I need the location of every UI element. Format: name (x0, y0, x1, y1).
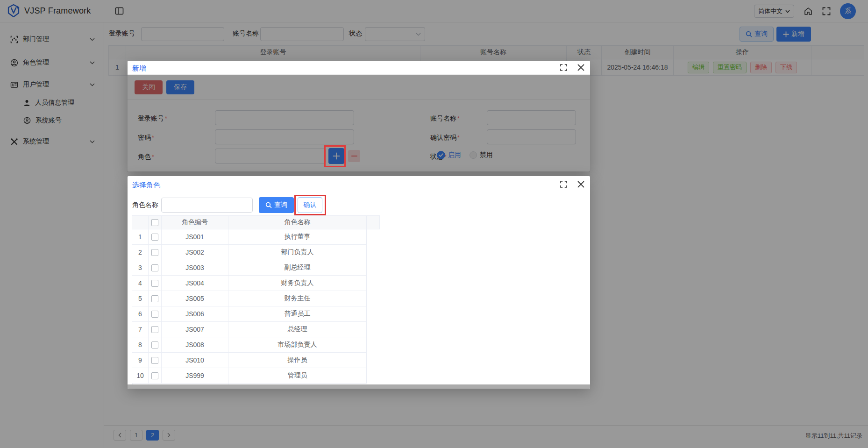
role-checkbox[interactable] (151, 326, 158, 333)
role-row-index: 4 (132, 276, 149, 291)
role-row[interactable]: 4 JS004 财务负责人 (132, 276, 380, 291)
role-row[interactable]: 10 JS999 管理员 (132, 368, 380, 384)
role-row[interactable]: 2 JS002 部门负责人 (132, 245, 380, 260)
role-name: 执行董事 (228, 229, 367, 245)
add-dialog-title: 新增 (132, 64, 146, 73)
role-code: JS008 (162, 337, 228, 353)
role-name: 操作员 (228, 353, 367, 368)
role-row[interactable]: 3 JS003 副总经理 (132, 260, 380, 276)
role-row-index: 10 (132, 368, 149, 384)
role-row-index: 3 (132, 260, 149, 276)
role-checkbox[interactable] (151, 295, 158, 302)
role-code: JS999 (162, 368, 228, 384)
role-code: JS010 (162, 353, 228, 368)
role-code: JS007 (162, 322, 228, 337)
role-row-index: 2 (132, 245, 149, 260)
role-code: JS003 (162, 260, 228, 276)
select-all-checkbox[interactable] (151, 219, 158, 226)
role-row[interactable]: 9 JS010 操作员 (132, 353, 380, 368)
select-role-dialog: 选择角色 角色名称 查询 (128, 176, 590, 389)
nested-modal-overlay (128, 75, 590, 171)
role-row-index: 1 (132, 229, 149, 245)
role-search-button-label: 查询 (274, 201, 287, 209)
role-code: JS004 (162, 276, 228, 291)
role-name: 副总经理 (228, 260, 367, 276)
select-role-dialog-header: 选择角色 (128, 176, 590, 192)
role-code: JS005 (162, 291, 228, 306)
role-row-index: 7 (132, 322, 149, 337)
column-role-name: 角色名称 (228, 215, 367, 229)
column-gutter (367, 215, 380, 229)
role-row[interactable]: 5 JS005 财务主任 (132, 291, 380, 306)
role-table-header: 角色编号 角色名称 (132, 215, 380, 229)
role-checkbox[interactable] (151, 280, 158, 287)
column-role-code: 角色编号 (162, 215, 228, 229)
role-search-bar: 角色名称 查询 确认 (128, 195, 590, 215)
role-name: 财务负责人 (228, 276, 367, 291)
role-checkbox[interactable] (151, 341, 158, 348)
role-row[interactable]: 6 JS006 普通员工 (132, 306, 380, 322)
dialog-close-icon[interactable] (577, 181, 584, 188)
role-name: 市场部负责人 (228, 337, 367, 353)
dialog-close-icon[interactable] (577, 64, 584, 71)
select-role-dialog-title: 选择角色 (132, 181, 160, 190)
role-name: 财务主任 (228, 291, 367, 306)
select-all-cell (149, 215, 162, 229)
role-table: 角色编号 角色名称 1 JS001 执行董事 2 JS002 部门负责人 3 J… (132, 215, 380, 385)
role-checkbox[interactable] (151, 357, 158, 364)
horizontal-scrollbar[interactable] (128, 384, 590, 389)
role-row-index: 5 (132, 291, 149, 306)
role-name: 普通员工 (228, 306, 367, 322)
role-code: JS006 (162, 306, 228, 322)
role-row[interactable]: 7 JS007 总经理 (132, 322, 380, 337)
role-checkbox[interactable] (151, 264, 158, 271)
role-row[interactable]: 8 JS008 市场部负责人 (132, 337, 380, 353)
role-checkbox[interactable] (151, 372, 158, 379)
confirm-button[interactable]: 确认 (298, 197, 322, 213)
dialog-fullscreen-icon[interactable] (560, 64, 567, 71)
add-dialog-header: 新增 (128, 61, 590, 75)
role-code: JS002 (162, 245, 228, 260)
role-name-label: 角色名称 (132, 201, 158, 209)
search-icon (265, 202, 272, 208)
role-name: 管理员 (228, 368, 367, 384)
role-code: JS001 (162, 229, 228, 245)
dialog-fullscreen-icon[interactable] (560, 181, 567, 188)
role-checkbox[interactable] (151, 311, 158, 318)
role-row[interactable]: 1 JS001 执行董事 (132, 229, 380, 245)
app-window: VJSP Framework 简体中文 (0, 0, 868, 448)
role-name-input[interactable] (161, 198, 253, 213)
role-search-button[interactable]: 查询 (259, 197, 294, 213)
role-checkbox[interactable] (151, 234, 158, 241)
role-name: 部门负责人 (228, 245, 367, 260)
role-row-index: 6 (132, 306, 149, 322)
role-row-index: 9 (132, 353, 149, 368)
role-name: 总经理 (228, 322, 367, 337)
column-index (132, 215, 149, 229)
role-checkbox[interactable] (151, 249, 158, 256)
role-row-index: 8 (132, 337, 149, 353)
